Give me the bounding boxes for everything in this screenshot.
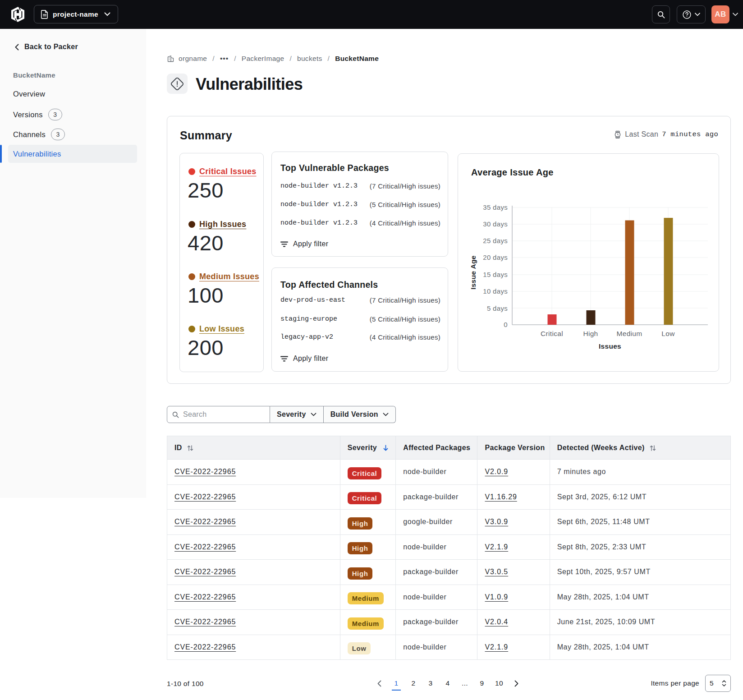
svg-text:15 days: 15 days xyxy=(483,271,508,278)
svg-text:Medium: Medium xyxy=(617,330,642,337)
svg-text:5 days: 5 days xyxy=(487,304,508,312)
svg-text:35 days: 35 days xyxy=(483,203,508,211)
svg-text:10 days: 10 days xyxy=(483,287,508,295)
svg-text:0: 0 xyxy=(504,321,508,328)
svg-text:20 days: 20 days xyxy=(483,253,508,261)
svg-text:High: High xyxy=(583,330,598,337)
svg-text:Critical: Critical xyxy=(541,330,563,337)
svg-text:Issue Age: Issue Age xyxy=(469,255,477,289)
svg-text:30 days: 30 days xyxy=(483,220,508,228)
svg-text:Issues: Issues xyxy=(599,342,621,350)
svg-text:25 days: 25 days xyxy=(483,237,508,244)
svg-text:Low: Low xyxy=(661,330,675,337)
